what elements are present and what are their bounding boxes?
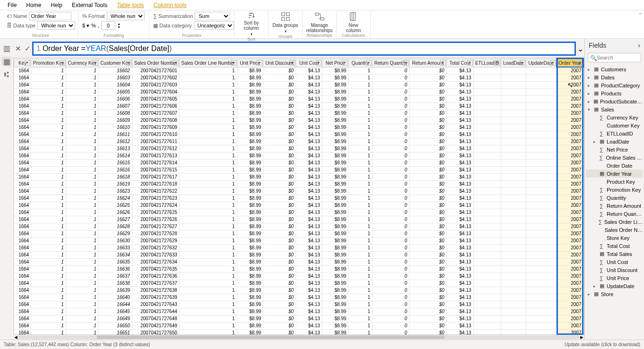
field-updatedate[interactable]: ▸▦UpdateDate (586, 282, 643, 290)
table-row[interactable]: 16641116651200704217276501$8.99$0$4.13$8… (14, 329, 584, 335)
table-row[interactable]: 16641116636200704217276351$8.99$0$4.13$8… (14, 265, 584, 272)
field-customer-key[interactable]: Customer Key (586, 121, 643, 129)
field-return-amount[interactable]: ∑Return Amount (586, 202, 643, 210)
table-row[interactable]: 16641116629200704217276281$8.99$0$4.13$8… (14, 230, 584, 237)
col-header-customer-key[interactable]: Customer Key▾ (98, 59, 132, 67)
col-header-net-price[interactable]: Net Price▾ (322, 59, 348, 67)
col-header-quantity[interactable]: Quantity▾ (348, 59, 373, 67)
filter-drop-icon[interactable]: ▾ (550, 60, 556, 66)
data-category-select[interactable]: Uncategorized (194, 21, 234, 30)
table-row[interactable]: 16641116614200704217276131$8.99$0$4.13$8… (14, 152, 584, 159)
field-online-sales-key[interactable]: ∑Online Sales Key (586, 153, 643, 162)
table-row[interactable]: 16641116610200704217276091$8.99$0$4.13$8… (14, 124, 584, 131)
comma-btn[interactable]: , (98, 23, 99, 28)
datatype-select[interactable]: Whole number (37, 21, 75, 30)
field-order-date[interactable]: Order Date (586, 162, 643, 170)
table-row[interactable]: 16641116644200704217276431$8.99$0$4.13$8… (14, 301, 584, 308)
table-row[interactable]: 16641116613200704217276121$8.99$0$4.13$8… (14, 145, 584, 152)
table-node-dates[interactable]: ▸▦Dates (586, 73, 643, 81)
table-row[interactable]: 16641116635200704217276341$8.99$0$4.13$8… (14, 258, 584, 265)
table-row[interactable]: 16641116611200704217276101$8.99$0$4.13$8… (14, 131, 584, 138)
filter-drop-icon[interactable]: ▾ (231, 60, 236, 66)
field-unit-discount[interactable]: ∑Unit Discount (586, 266, 643, 274)
field-sales-order-number[interactable]: Sales Order Number (586, 226, 643, 234)
field-unit-price[interactable]: ∑Unit Price (586, 274, 643, 282)
table-row[interactable]: 16641116615200704217276141$8.99$0$4.13$8… (14, 159, 584, 166)
table-row[interactable]: 16641116634200704217276331$8.99$0$4.13$8… (14, 251, 584, 258)
table-node-productsubcategory[interactable]: ▸▦ProductSubcategory (586, 97, 643, 105)
col-header-sales-order-number[interactable]: Sales Order Number▾ (132, 59, 179, 67)
table-row[interactable]: 16641116619200704217276181$8.99$0$4.13$8… (14, 180, 584, 187)
table-row[interactable]: 16641116645200704217276441$8.99$0$4.13$8… (14, 308, 584, 315)
col-header-sales-order-line-number[interactable]: Sales Order Line Number▾ (179, 59, 237, 67)
currency-btn[interactable]: $ ▾ (82, 23, 89, 29)
table-row[interactable]: 16641116608200704217276071$8.99$0$4.13$8… (14, 110, 584, 117)
table-node-productcategory[interactable]: ▸▦ProductCategory (586, 81, 643, 89)
table-row[interactable]: 16641116639200704217276381$8.99$0$4.13$8… (14, 287, 584, 294)
table-row[interactable]: 16641116607200704217276061$8.99$0$4.13$8… (14, 102, 584, 110)
field-total-cost[interactable]: ∑Total Cost (586, 242, 643, 250)
col-header-return-quantity[interactable]: Return Quantity▾ (373, 59, 409, 67)
col-header-return-amount[interactable]: Return Amount▾ (409, 59, 446, 67)
status-update-link[interactable]: Update available (click to download) (565, 342, 640, 347)
data-groups-button[interactable]: Data groups▾ (272, 11, 298, 34)
table-row[interactable]: 16641116627200704217276261$8.99$0$4.13$8… (14, 216, 584, 223)
filter-drop-icon[interactable]: ▾ (289, 60, 295, 66)
filter-drop-icon[interactable]: ▾ (126, 60, 131, 66)
filter-drop-icon[interactable]: ▾ (60, 60, 65, 66)
field-sales-order-line-nu-[interactable]: ∑Sales Order Line Nu... (586, 218, 643, 226)
horizontal-scrollbar[interactable]: ◀▶ (13, 335, 584, 340)
fields-expand-icon[interactable]: › (638, 42, 640, 49)
col-header-unit-cost[interactable]: Unit Cost▾ (296, 59, 322, 67)
col-header-total-cost[interactable]: Total Cost▾ (446, 59, 473, 67)
col-header-order-year[interactable]: Order Year▾ (557, 59, 583, 67)
field-net-price[interactable]: ∑Net Price (586, 145, 643, 153)
table-node-customers[interactable]: ▸▦Customers (586, 65, 643, 73)
table-row[interactable]: 16641116649200704217276481$8.99$0$4.13$8… (14, 315, 584, 322)
table-row[interactable]: 16641116602200704217276011$8.99$0$4.13$8… (14, 67, 584, 74)
filter-drop-icon[interactable]: ▾ (440, 60, 446, 66)
table-row[interactable]: 16641116604200704217276031$8.99$0$4.13$8… (14, 81, 584, 88)
menu-column-tools[interactable]: Column tools (149, 0, 191, 10)
filter-drop-icon[interactable]: ▾ (316, 60, 322, 66)
sort-by-column-button[interactable]: Sort by column▾ (238, 11, 264, 37)
filter-drop-icon[interactable]: ▾ (25, 60, 30, 66)
table-row[interactable]: 16641116638200704217276371$8.99$0$4.13$8… (14, 280, 584, 287)
table-node-products[interactable]: ▸▦Products (586, 89, 643, 97)
col-header-promotion-key[interactable]: Promotion Key▾ (31, 59, 66, 67)
data-view-icon[interactable]: ▦ (2, 57, 11, 66)
field-return-quantity[interactable]: ∑Return Quantity (586, 210, 643, 218)
field-promotion-key[interactable]: ∑Promotion Key (586, 186, 643, 194)
menu-table-tools[interactable]: Table tools (112, 0, 148, 10)
field-order-year[interactable]: ▦Order Year (586, 170, 643, 178)
table-row[interactable]: 16641116616200704217276151$8.99$0$4.13$8… (14, 166, 584, 173)
dec-up[interactable]: ▲ (117, 22, 121, 26)
table-row[interactable]: 16641116612200704217276111$8.99$0$4.13$8… (14, 138, 584, 145)
filter-drop-icon[interactable]: ▾ (342, 60, 348, 66)
table-row[interactable]: 16641116628200704217276271$8.99$0$4.13$8… (14, 223, 584, 230)
dec-down[interactable]: ▼ (117, 26, 121, 29)
col-header-key[interactable]: Key▾ (14, 59, 31, 67)
menu-home[interactable]: Home (21, 0, 46, 10)
table-row[interactable]: 16641116630200704217276291$8.99$0$4.13$8… (14, 237, 584, 244)
formula-cancel-icon[interactable]: ✕ (13, 44, 23, 53)
formula-expand-icon[interactable]: ⌄ (576, 42, 584, 56)
filter-drop-icon[interactable]: ▾ (467, 60, 473, 66)
data-grid[interactable]: Key▾Promotion Key▾Currency Key▾Customer … (13, 58, 584, 335)
formula-input[interactable]: 1 Order Year = YEAR ( Sales[Order Date] … (32, 42, 576, 56)
filter-drop-icon[interactable]: ▾ (577, 60, 583, 66)
format-select[interactable]: Whole number (107, 12, 145, 20)
table-row[interactable]: 16641116603200704217276021$8.99$0$4.13$8… (14, 74, 584, 81)
table-row[interactable]: 16641116623200704217276221$8.99$0$4.13$8… (14, 187, 584, 195)
formula-commit-icon[interactable]: ✓ (23, 44, 32, 53)
table-row[interactable]: 16641116633200704217276321$8.99$0$4.13$8… (14, 244, 584, 251)
new-column-button[interactable]: New column (340, 11, 366, 33)
col-header-loaddate[interactable]: LoadDate▾ (501, 59, 526, 67)
col-header-updatedate[interactable]: UpdateDate▾ (526, 59, 557, 67)
table-row[interactable]: 16641116609200704217276081$8.99$0$4.13$8… (14, 117, 584, 124)
name-input[interactable] (29, 12, 71, 20)
table-row[interactable]: 16641116637200704217276361$8.99$0$4.13$8… (14, 272, 584, 280)
table-row[interactable]: 16641116625200704217276241$8.99$0$4.13$8… (14, 202, 584, 209)
filter-drop-icon[interactable]: ▾ (495, 60, 500, 66)
field-unit-cost[interactable]: ∑Unit Cost (586, 258, 643, 266)
